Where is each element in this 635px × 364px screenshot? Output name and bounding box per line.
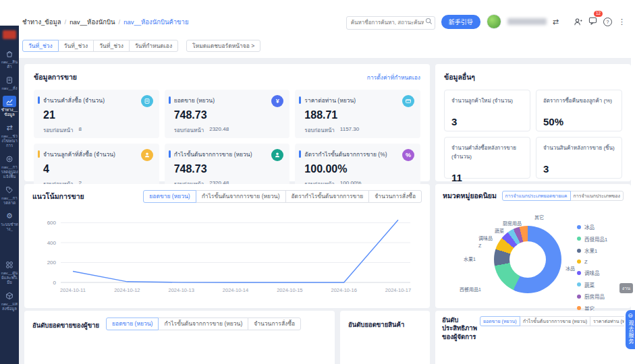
- legend-item[interactable]: 调味品: [577, 269, 607, 276]
- donut-label: 厨房用品: [503, 220, 522, 226]
- legend-item[interactable]: 冰品: [577, 223, 607, 231]
- trend-tab-profit-rate[interactable]: อัตรากำไรขั้นต้นจากการขาย: [285, 190, 370, 203]
- category-legend: 冰品 西餐用品1 水果1 Z 调味品 蔬菜 厨房用品 其它: [577, 223, 607, 312]
- seller-ranking-tabs: ยอดขาย (หยวน) กำไรขั้นต้นจากการขาย (หยวน…: [106, 317, 301, 330]
- donut-label: 蔬菜: [495, 227, 504, 234]
- date-filter-bar: วันที่_ช่วง วันที่_ช่วง วันที่_ช่วง วันท…: [19, 34, 631, 58]
- beginner-guide-button[interactable]: 新手引导: [441, 15, 480, 29]
- profit-icon: [271, 149, 283, 161]
- legend-dot: [577, 295, 581, 299]
- dashboard-mode-button[interactable]: โหมดแดชบอร์ดหน้าจอ >: [186, 40, 260, 53]
- notification-badge: 12: [594, 11, 603, 17]
- donut-label: 调味品: [478, 235, 493, 241]
- stat-price-per-customer: ราคาต่อท่าน (หยวน) 188.71 รอบก่อนหน้า115…: [295, 90, 420, 138]
- task-badge: งาน: [619, 283, 633, 293]
- prev-value: 1157.30: [340, 126, 359, 135]
- trend-tab-gross-profit[interactable]: กำไรขั้นต้นจากการขาย (หยวน): [196, 190, 286, 203]
- sidebar-item-app-center[interactable]: nav__ศูนย์และฟรีเมีย: [0, 259, 19, 285]
- seller-tab-profit[interactable]: กำไรขั้นต้นจากการขาย (หยวน): [158, 317, 248, 330]
- sidebar-item-coupons[interactable]: nav__การลดคูปองแจ้งพื้น: [0, 153, 19, 179]
- tab-date-custom[interactable]: วันที่กำหนดเอง: [129, 40, 178, 53]
- trend-tab-sales[interactable]: ยอดขาย (หยวน): [143, 190, 196, 203]
- svg-text:2024-10-13: 2024-10-13: [168, 287, 194, 293]
- legend-label: 蔬菜: [584, 281, 595, 289]
- date-range-tabs: วันที่_ช่วง วันที่_ช่วง วันที่_ช่วง วันท…: [22, 40, 178, 53]
- stat-value: 748.73: [174, 109, 283, 121]
- stat-sales-amount: ยอดขาย (หยวน) 748.73 รอบก่อนหน้า2320.48 …: [165, 90, 290, 138]
- search-icon: [425, 18, 433, 25]
- breadcrumb-separator: /: [65, 18, 67, 26]
- manager-tab-profit[interactable]: กำไรขั้นต้นจากการขาย (หยวน): [520, 316, 590, 326]
- tab-date-range-1[interactable]: วันที่_ช่วง: [22, 40, 59, 53]
- svg-text:2024-10-12: 2024-10-12: [114, 287, 140, 293]
- service-float-button[interactable]: ⊖ 观去服务: [626, 310, 635, 349]
- sidebar-item-orders[interactable]: nav__สั่ง: [0, 74, 19, 91]
- legend-item[interactable]: 厨房用品: [577, 293, 607, 300]
- legend-label: 水果1: [584, 247, 597, 254]
- trend-tab-order-count[interactable]: จำนวนการสั่งซื้อ: [368, 190, 422, 203]
- notifications[interactable]: 12: [588, 16, 597, 28]
- other-value: 11: [451, 172, 523, 183]
- prev-label: รอบก่อนหน้า: [174, 126, 204, 135]
- contacts-icon[interactable]: [574, 18, 582, 26]
- yuan-icon: ¥: [271, 95, 283, 107]
- prev-value: 8: [79, 126, 82, 135]
- chat-bubble-icon: [588, 16, 597, 25]
- stat-label: ราคาต่อท่าน (หยวน): [304, 96, 414, 105]
- legend-item[interactable]: 西餐用品1: [577, 235, 607, 243]
- sidebar-item-label: nav__การลดคูปองแจ้งพื้น: [0, 164, 19, 179]
- other-value: 3: [451, 116, 523, 127]
- prev-value: 2320.48: [209, 126, 229, 135]
- seller-tab-sales[interactable]: ยอดขาย (หยวน): [106, 317, 159, 330]
- breadcrumb-item[interactable]: nav__ห้องนักบิน: [70, 17, 115, 27]
- stat-value: 4: [43, 163, 153, 175]
- stat-label: จำนวนลูกค้าที่สั่งซื้อ (จำนวน): [43, 150, 153, 159]
- manager-tab-price[interactable]: ราคาต่อท่าน (หยวน): [590, 316, 624, 326]
- donut-label: 水果1: [464, 255, 476, 262]
- legend-item[interactable]: 蔬菜: [577, 281, 607, 289]
- svg-text:2024-10-14: 2024-10-14: [223, 287, 248, 293]
- kebab-menu-icon[interactable]: ⋮: [618, 18, 626, 26]
- donut-label: 西餐用品1: [460, 286, 481, 293]
- category-tab-sales[interactable]: การจำแนกประเภทยอดขายแค: [502, 191, 571, 201]
- switch-account-icon[interactable]: ⇄: [553, 18, 559, 26]
- sidebar-item-marketing[interactable]: nav__การตลาด: [0, 184, 19, 206]
- coupon-icon: [3, 153, 16, 164]
- order-count-icon: [141, 95, 153, 107]
- collapse-icon: ⊖: [628, 313, 633, 319]
- legend-label: Z: [584, 259, 588, 265]
- custom-settings-link[interactable]: การตั้งค่าที่กำหนดเอง: [367, 73, 420, 82]
- breadcrumb: ชำทาง_ข้อมูล / nav__ห้องนักบิน / nav__ห้…: [22, 17, 189, 27]
- avatar[interactable]: [487, 14, 501, 29]
- tab-date-range-2[interactable]: วันที่_ช่วง: [58, 40, 94, 53]
- other-aftersale-orders: จำนวนคำสั่งซื้อหลังการขาย (จำนวน) 11: [444, 137, 530, 179]
- seller-tab-orders[interactable]: จำนวนการสั่งซื้อ: [248, 317, 301, 330]
- sidebar-item-products[interactable]: nav__สินค้า: [0, 48, 19, 69]
- search-input[interactable]: [346, 16, 435, 30]
- document-icon: [3, 74, 16, 86]
- breadcrumb-item[interactable]: ชำทาง_ข้อมูล: [22, 17, 61, 27]
- app-logo[interactable]: [3, 30, 16, 39]
- help-icon[interactable]: ?: [603, 18, 612, 26]
- sidebar-item-resources[interactable]: nav__แหล่งข้อมูล: [0, 290, 19, 311]
- sidebar-item-label: nav__สินค้า: [0, 59, 19, 69]
- legend-dot: [577, 237, 581, 241]
- manager-tab-sales[interactable]: ยอดขาย (หยวน): [480, 316, 520, 326]
- sidebar-item-campaigns[interactable]: ⇄ nav__ช่วงโฆษณาการ: [0, 122, 19, 148]
- grid-icon: [3, 259, 16, 270]
- header-actions: 新手引导 ⇄ 12 ? ⋮: [346, 14, 626, 29]
- stat-value: 188.71: [304, 109, 414, 121]
- legend-item[interactable]: Z: [577, 259, 607, 265]
- sidebar-item-system[interactable]: ⚙ ระบบชำทาง_: [0, 210, 19, 232]
- tag-icon: [3, 184, 16, 195]
- category-tab-quantity[interactable]: การจำแนกประเภทของ: [570, 191, 624, 201]
- legend-dot: [577, 306, 581, 310]
- product-ranking-card: อันดับยอดขายสินค้า: [340, 311, 430, 364]
- tab-date-range-3[interactable]: วันที่_ช่วง: [93, 40, 130, 53]
- sidebar-item-label: ระบบชำทาง_: [0, 222, 19, 232]
- category-tabs: การจำแนกประเภทยอดขายแค การจำแนกประเภทของ: [502, 191, 624, 201]
- sidebar-item-data[interactable]: ชำทาง__ข้อมูล: [0, 96, 19, 117]
- legend-item[interactable]: 水果1: [577, 247, 607, 254]
- donut-label: Z: [478, 243, 481, 248]
- other-label: จำนวนคำสั่งซื้อหลังการขาย (จำนวน): [451, 144, 523, 161]
